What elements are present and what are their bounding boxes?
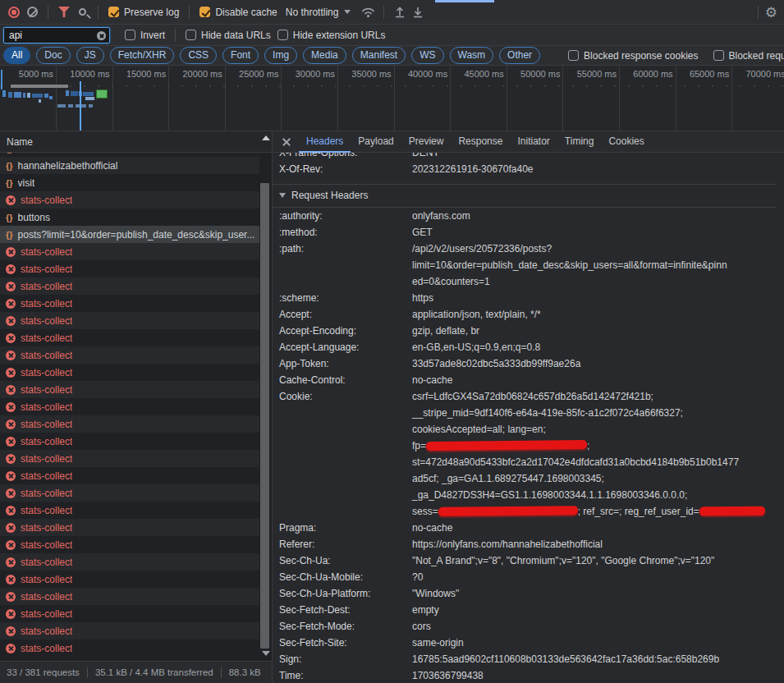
waterfall-bar — [11, 85, 68, 88]
error-icon — [6, 368, 16, 378]
import-har-icon[interactable] — [391, 3, 409, 21]
request-row[interactable]: {}hannahelizabethofficial — [0, 157, 259, 174]
blocked-response-cookies-checkbox[interactable]: Blocked response cookies — [568, 50, 698, 62]
request-row[interactable]: stats-collect — [0, 519, 259, 536]
network-conditions-icon[interactable] — [359, 3, 377, 21]
timeline-tick-label: 5000 ms — [19, 69, 53, 79]
header-row: Sec-Ch-Ua-Platform:"Windows" — [273, 585, 777, 602]
request-row[interactable]: stats-collect — [0, 639, 259, 657]
timeline-tick-label: 30000 ms — [296, 69, 335, 79]
request-headers-list: :authority:onlyfans.com:method:GET:path:… — [273, 208, 777, 683]
request-name: stats-collect — [21, 453, 72, 465]
invert-label: Invert — [140, 30, 165, 41]
type-filter-wasm[interactable]: Wasm — [450, 47, 494, 64]
request-row[interactable]: stats-collect — [0, 467, 259, 484]
export-har-icon[interactable] — [409, 3, 427, 21]
filter-input[interactable]: api — [3, 27, 110, 44]
request-row[interactable]: stats-collect — [0, 433, 259, 450]
settings-gear-icon[interactable]: ⚙ — [765, 4, 777, 21]
request-row[interactable]: stats-collect — [0, 329, 259, 346]
request-name: buttons — [18, 212, 50, 223]
request-row[interactable]: stats-collect — [0, 536, 259, 553]
request-row[interactable]: {}buttons — [0, 209, 259, 226]
request-row[interactable]: stats-collect — [0, 381, 259, 398]
request-row[interactable]: {}posts?limit=10&order=publish_date_desc… — [0, 226, 259, 243]
request-name: stats-collect — [21, 264, 72, 275]
clear-filter-icon[interactable] — [97, 31, 106, 40]
request-list-scrollbar[interactable] — [260, 133, 270, 659]
tab-initiator[interactable]: Initiator — [510, 131, 557, 153]
request-name: stats-collect — [21, 436, 72, 447]
tab-headers[interactable]: Headers — [299, 131, 351, 153]
tab-timing[interactable]: Timing — [557, 131, 602, 153]
checkbox-label: Blocked response cookies — [584, 50, 698, 62]
request-row[interactable]: stats-collect — [0, 588, 259, 605]
preserve-log-checkbox[interactable]: Preserve log — [108, 7, 179, 18]
name-column-header[interactable]: Name — [0, 131, 272, 153]
close-icon[interactable] — [277, 133, 296, 151]
type-filter-font[interactable]: Font — [222, 47, 259, 64]
requests-count: 33 / 381 requests — [7, 667, 80, 677]
header-name: Pragma: — [279, 520, 412, 536]
scroll-down-arrow-icon[interactable] — [262, 651, 270, 656]
filter-query: api — [9, 30, 22, 41]
request-row[interactable]: stats-collect — [0, 191, 259, 209]
disable-cache-checkbox[interactable]: Disable cache — [199, 7, 277, 18]
filter-icon[interactable] — [55, 3, 73, 21]
search-icon[interactable] — [73, 3, 91, 21]
timeline-tick-label: 55000 ms — [577, 69, 617, 79]
request-name: stats-collect — [21, 574, 72, 585]
request-row[interactable]: stats-collect — [0, 260, 259, 277]
resource-type-pills: AllDocJSFetch/XHRCSSFontImgMediaManifest… — [3, 47, 540, 64]
record-network-log-button[interactable] — [5, 3, 23, 21]
blocked-requests-checkbox[interactable]: Blocked requests — [713, 50, 784, 62]
type-filter-media[interactable]: Media — [303, 47, 346, 64]
request-row[interactable]: stats-collect — [0, 243, 259, 260]
tab-payload[interactable]: Payload — [351, 131, 401, 153]
header-row: Sign:16785:5aad9602cf110608b03133de56364… — [273, 651, 777, 667]
scroll-up-arrow-icon[interactable] — [262, 135, 270, 140]
type-filter-ws[interactable]: WS — [411, 47, 443, 64]
request-row[interactable]: {}visit — [0, 174, 259, 191]
request-row[interactable]: stats-collect — [0, 502, 259, 519]
request-row[interactable]: stats-collect — [0, 415, 259, 433]
request-row[interactable]: stats-collect — [0, 553, 259, 571]
header-value-line: ?0 — [412, 569, 777, 585]
request-row[interactable]: stats-collect — [0, 346, 259, 364]
type-filter-css[interactable]: CSS — [180, 47, 217, 64]
tab-response[interactable]: Response — [451, 131, 510, 153]
type-filter-js[interactable]: JS — [76, 47, 104, 64]
request-row[interactable]: stats-collect — [0, 295, 259, 312]
header-name: :authority: — [279, 208, 412, 224]
request-headers-section-header[interactable]: Request Headers — [273, 184, 777, 208]
network-overview-timeline[interactable]: 5000 ms10000 ms15000 ms20000 ms25000 ms3… — [0, 66, 784, 131]
timeline-tick-label: 60000 ms — [633, 69, 672, 79]
header-value-line: same-origin — [412, 635, 777, 651]
hide-extension-urls-checkbox[interactable]: Hide extension URLs — [277, 30, 386, 41]
header-value: DENY — [412, 153, 777, 161]
request-row[interactable]: stats-collect — [0, 484, 259, 502]
request-row[interactable]: stats-collect — [0, 450, 259, 467]
tab-preview[interactable]: Preview — [401, 131, 452, 153]
type-filter-all[interactable]: All — [3, 47, 30, 64]
type-filter-fetch-xhr[interactable]: Fetch/XHR — [110, 47, 175, 64]
type-filter-doc[interactable]: Doc — [36, 47, 70, 64]
hide-data-urls-checkbox[interactable]: Hide data URLs — [186, 30, 271, 41]
request-row[interactable]: stats-collect — [0, 277, 259, 295]
throttling-select[interactable]: No throttling — [286, 7, 351, 18]
invert-checkbox[interactable]: Invert — [125, 30, 165, 41]
request-row[interactable]: stats-collect — [0, 398, 259, 415]
timeline-tick-label: 25000 ms — [239, 69, 278, 79]
timeline-gridline: 20000 ms — [169, 66, 226, 131]
clear-network-log-button[interactable] — [23, 3, 41, 21]
request-row[interactable]: stats-collect — [0, 571, 259, 588]
tab-cookies[interactable]: Cookies — [601, 131, 651, 153]
type-filter-other[interactable]: Other — [499, 47, 540, 64]
request-row[interactable]: stats-collect — [0, 622, 259, 639]
type-filter-img[interactable]: Img — [264, 47, 297, 64]
type-filter-manifest[interactable]: Manifest — [352, 47, 406, 64]
scrollbar-thumb[interactable] — [260, 183, 269, 649]
request-row[interactable]: stats-collect — [0, 312, 259, 329]
request-row[interactable]: stats-collect — [0, 364, 259, 381]
request-row[interactable]: stats-collect — [0, 605, 259, 622]
